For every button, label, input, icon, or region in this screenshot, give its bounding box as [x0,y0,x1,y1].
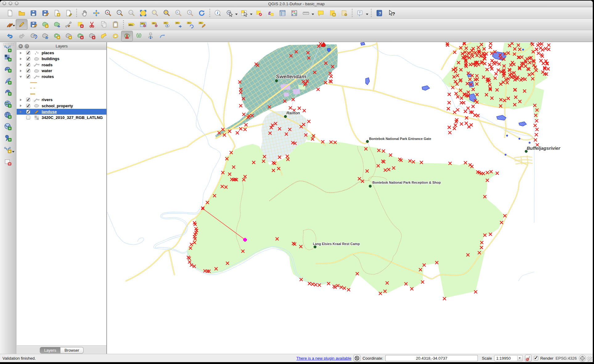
resize-grip[interactable] [587,357,592,362]
add-wfs-layer-button[interactable]: + [4,122,12,131]
layer-expander[interactable] [19,75,22,78]
layer-item-3420C_2010_327_RGB_LATLNG[interactable]: 3420C_2010_327_RGB_LATLNG [17,115,107,121]
layer-expander[interactable] [19,57,22,60]
add-delimited-text-layer-button[interactable]: + [4,134,12,142]
coordinate-input[interactable]: 20.4318,-34.0737 [385,355,478,361]
layer-item-places[interactable]: places [17,50,107,56]
new-print-composer-button[interactable]: ✶ [51,8,63,18]
zoom-window-button[interactable] [15,2,18,5]
composer-manager-button[interactable] [63,8,74,18]
detach-panel-button[interactable]: ❐ [25,44,29,48]
layer-expander[interactable] [19,98,22,101]
new-project-button[interactable] [4,8,16,18]
run-feature-action-button[interactable] [223,8,238,18]
rotate-point-symbols-button[interactable] [156,31,168,41]
new-bookmark-button[interactable]: ✶ [326,8,338,18]
statistical-summary-button[interactable] [288,8,300,18]
panel-tab-layers[interactable]: Layers [40,347,60,354]
map-canvas[interactable]: SwellendamRailtonBontebok National Park … [107,42,593,354]
minimize-window-button[interactable] [9,2,12,5]
open-project-button[interactable] [16,8,27,18]
open-attribute-table-button[interactable] [277,8,288,18]
new-shapefile-layer-button[interactable]: ✶ [4,145,12,154]
layer-expander[interactable] [19,116,22,119]
layer-item-rivers[interactable]: rivers [17,97,107,103]
plugin-available-link[interactable]: There is a new plugin available [296,356,351,361]
add-ring-button[interactable]: ✶ [51,31,63,41]
save-project-as-button[interactable] [39,8,51,18]
identify-features-button[interactable]: i [212,8,223,18]
zoom-to-selection-button[interactable] [149,8,161,18]
delete-part-button[interactable]: ✕ [86,31,98,41]
layer-checkbox[interactable] [26,104,30,108]
layer-checkbox[interactable] [26,51,30,55]
paste-features-button[interactable] [109,19,121,30]
title-bar[interactable]: QGIS 2.0.1-Dufour - basic_map [0,1,593,7]
label-highlight-button[interactable]: abc [161,19,172,30]
close-panel-button[interactable]: ✕ [18,44,23,48]
layer-item-school_property[interactable]: school_property [17,103,107,109]
toggle-editing-button[interactable] [16,19,27,30]
label-properties-button[interactable]: abc [196,19,207,30]
measure-button[interactable] [300,8,315,18]
zoom-last-button[interactable] [172,8,184,18]
node-tool-button[interactable] [63,19,74,30]
layer-item-landuse[interactable]: landuse [17,109,107,115]
add-wms-layer-button[interactable]: + [4,100,12,108]
stop-rendering-icon[interactable] [525,355,532,362]
label-tag-button[interactable]: abc [125,19,137,30]
whats-this-button[interactable]: ? [385,8,397,18]
layer-item-water[interactable]: water [17,68,107,74]
delete-ring-button[interactable]: ✕ [74,31,86,41]
move-feature-button[interactable] [51,19,63,30]
layer-checkbox[interactable] [26,98,30,102]
help-contents-button[interactable]: ? [373,8,385,18]
add-spatialite-layer-button[interactable]: + [4,77,12,85]
layer-checkbox[interactable] [26,63,30,67]
layer-expander[interactable] [19,104,22,107]
zoom-in-button[interactable]: + [102,8,114,18]
current-edits-dropdown[interactable] [13,25,15,27]
close-window-button[interactable] [2,2,6,5]
select-features-button[interactable] [238,8,253,18]
add-mssql-layer-button[interactable]: + [4,88,12,96]
save-layer-edits-button[interactable] [27,19,39,30]
delete-selected-button[interactable]: ✕ [74,19,86,30]
simplify-feature-button[interactable] [39,31,51,41]
text-annotation-dropdown[interactable] [366,14,368,15]
layer-item-routes[interactable]: routes [17,74,107,80]
split-parts-button[interactable] [133,31,145,41]
reshape-features-button[interactable] [98,31,109,41]
measure-dropdown[interactable] [312,14,314,15]
layer-expander[interactable] [19,63,22,66]
layer-checkbox[interactable] [26,116,30,120]
layer-checkbox[interactable] [26,57,30,61]
layer-expander[interactable] [19,110,22,113]
zoom-full-button[interactable] [137,8,149,18]
redo-button[interactable] [16,31,27,41]
scale-dropdown[interactable] [517,356,522,361]
save-project-button[interactable] [27,8,39,18]
zoom-out-button[interactable]: − [114,8,125,18]
refresh-button[interactable] [196,8,207,18]
map-tips-button[interactable] [315,8,326,18]
add-raster-layer-button[interactable]: + [4,54,12,62]
copy-features-button[interactable] [98,19,109,30]
label-rotate-button[interactable]: abc [184,19,196,30]
plugin-icon[interactable] [354,355,360,362]
run-feature-action-dropdown[interactable] [235,14,238,15]
undo-button[interactable] [4,31,16,41]
layer-checkbox[interactable] [26,69,30,73]
deselect-features-button[interactable] [253,8,265,18]
add-postgis-layer-button[interactable]: + [4,65,12,73]
split-features-button[interactable] [121,31,133,41]
select-by-expression-button[interactable]: ε [265,8,277,18]
show-bookmarks-button[interactable] [338,8,350,18]
offset-curve-button[interactable] [109,31,121,41]
add-part-button[interactable]: ✶ [63,31,74,41]
layer-expander[interactable] [19,51,22,55]
zoom-next-button[interactable] [184,8,196,18]
crs-button[interactable] [579,355,586,362]
zoom-native-button[interactable]: 1:1 [125,8,137,18]
label-pin-boxed-button[interactable]: abc [137,19,149,30]
